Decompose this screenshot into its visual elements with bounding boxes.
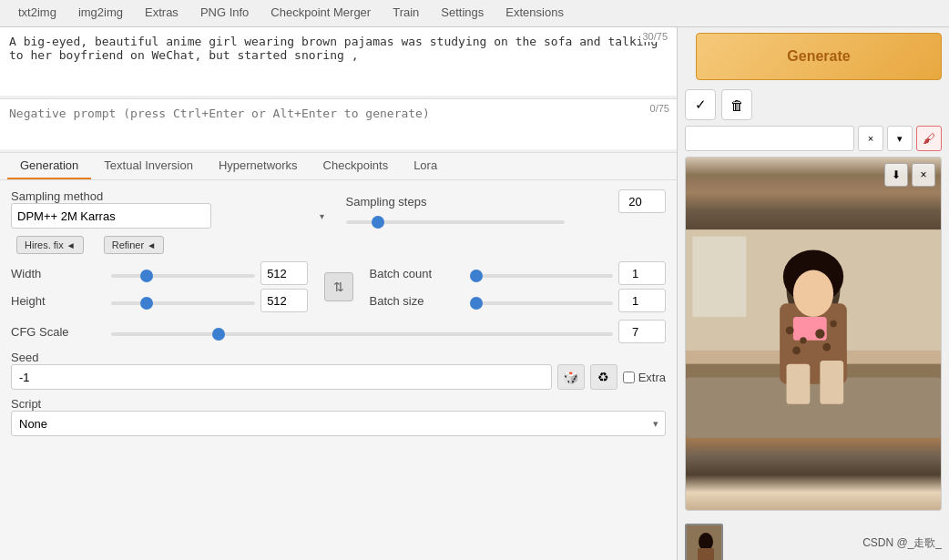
batch-count-row: Batch count	[370, 261, 667, 285]
seed-input[interactable]	[11, 364, 552, 390]
batch-count-input[interactable]	[618, 261, 666, 285]
svg-rect-4	[686, 377, 941, 437]
width-row: Width	[11, 261, 308, 285]
svg-point-15	[830, 321, 836, 327]
right-panel: Generate ✓ 🗑 × ▾ 🖌	[678, 27, 949, 560]
neg-prompt-textarea[interactable]	[0, 99, 677, 149]
hires-fix-arrow-icon: ◄	[66, 240, 76, 250]
paint-button[interactable]: 🖌	[916, 126, 942, 151]
search-bar: × ▾ 🖌	[678, 124, 949, 157]
width-slider[interactable]	[111, 274, 255, 278]
search-input[interactable]	[685, 126, 854, 151]
seed-row: 🎲 ♻ Extra	[11, 364, 666, 390]
svg-point-11	[793, 270, 833, 318]
sampling-method-select[interactable]: DPM++ 2M Karras Euler a Euler DDIM	[11, 203, 211, 229]
close-image-button[interactable]: ×	[912, 163, 935, 187]
settings-area: Sampling method DPM++ 2M Karras Euler a …	[0, 180, 677, 560]
thumbnail-svg	[687, 525, 723, 560]
nav-checkpoint-merger[interactable]: Checkpoint Merger	[260, 0, 382, 26]
hires-fix-label: Hires. fix	[25, 239, 64, 250]
refiner-arrow-icon: ◄	[147, 240, 156, 250]
extra-label: Extra	[638, 371, 666, 384]
cfg-scale-row: CFG Scale	[11, 320, 666, 343]
height-slider[interactable]	[111, 301, 255, 305]
refiner-label: Refiner	[112, 239, 144, 250]
sampling-method-group: Sampling method DPM++ 2M Karras Euler a …	[11, 189, 332, 229]
width-input[interactable]	[260, 261, 308, 285]
hires-fix-group: Hires. fix ◄	[11, 236, 84, 254]
sampling-method-arrow-icon: ▾	[320, 211, 324, 221]
swap-dimensions-button[interactable]: ⇅	[324, 272, 353, 301]
sampling-steps-group: Sampling steps	[346, 189, 667, 229]
refiner-btn[interactable]: Refiner ◄	[104, 236, 164, 254]
sampling-steps-label: Sampling steps	[346, 195, 446, 209]
tab-textual-inversion[interactable]: Textual Inversion	[91, 153, 206, 179]
extra-checkbox[interactable]	[623, 372, 635, 383]
neg-prompt-area: 0/75	[0, 99, 677, 153]
thumbnail-image[interactable]	[685, 524, 723, 560]
neg-prompt-counter: 0/75	[650, 103, 669, 114]
search-dropdown-button[interactable]: ×	[858, 126, 883, 151]
width-label: Width	[11, 267, 111, 280]
extra-checkbox-label: Extra	[623, 371, 666, 384]
generate-button[interactable]: Generate	[696, 33, 942, 80]
height-input[interactable]	[260, 289, 308, 312]
image-container: ⬇ ×	[685, 157, 942, 511]
recycle-seed-button[interactable]: ♻	[590, 364, 617, 390]
prompt-textarea[interactable]: A big-eyed, beautiful anime girl wearing…	[0, 27, 677, 96]
sampling-steps-input[interactable]	[618, 189, 666, 213]
sampling-steps-slider[interactable]	[346, 220, 565, 224]
svg-point-17	[822, 343, 831, 351]
random-seed-button[interactable]: 🎲	[557, 364, 585, 390]
tab-checkpoints[interactable]: Checkpoints	[311, 153, 402, 179]
csdn-badge: CSDN @_走歌_	[862, 535, 942, 551]
download-image-button[interactable]: ⬇	[884, 163, 908, 187]
nav-txt2img[interactable]: txt2img	[7, 0, 67, 26]
hires-fix-btn[interactable]: Hires. fix ◄	[16, 236, 84, 254]
image-toolbar: ⬇ ×	[884, 163, 935, 187]
batch-size-slider[interactable]	[470, 301, 614, 305]
hires-refiner-row: Hires. fix ◄ Refiner ◄	[11, 236, 666, 254]
nav-img2img[interactable]: img2img	[67, 0, 134, 26]
nav-settings[interactable]: Settings	[430, 0, 495, 26]
nav-train[interactable]: Train	[382, 0, 430, 26]
script-select[interactable]: None	[11, 411, 666, 436]
tab-lora[interactable]: Lora	[401, 153, 450, 179]
main-layout: A big-eyed, beautiful anime girl wearing…	[0, 27, 949, 560]
batch-count-slider[interactable]	[470, 274, 614, 278]
batch-size-row: Batch size	[370, 289, 667, 312]
refiner-group: Refiner ◄	[98, 236, 164, 254]
tab-generation[interactable]: Generation	[7, 153, 91, 179]
prompt-area: A big-eyed, beautiful anime girl wearing…	[0, 27, 677, 99]
nav-extras[interactable]: Extras	[134, 0, 189, 26]
accept-button[interactable]: ✓	[685, 89, 716, 120]
left-panel: A big-eyed, beautiful anime girl wearing…	[0, 27, 678, 560]
dimensions-batch-row: Width Height	[11, 261, 666, 312]
cfg-scale-input[interactable]	[618, 320, 666, 343]
generated-image	[686, 158, 941, 510]
search-dropdown-arrow[interactable]: ▾	[887, 126, 913, 151]
right-top-controls: Generate	[678, 27, 949, 86]
tab-hypernetworks[interactable]: Hypernetworks	[206, 153, 311, 179]
nav-extensions[interactable]: Extensions	[495, 0, 575, 26]
cfg-scale-slider[interactable]	[111, 332, 613, 336]
batch-group: Batch count Batch size	[370, 261, 667, 312]
image-area: ⬇ ×	[678, 157, 949, 518]
width-height-group: Width Height	[11, 261, 308, 312]
script-select-container: None ▾	[11, 411, 666, 436]
nav-png-info[interactable]: PNG Info	[189, 0, 260, 26]
thumbnail-row: CSDN @_走歌_	[678, 518, 949, 560]
batch-count-label: Batch count	[370, 267, 470, 280]
svg-rect-3	[692, 237, 746, 317]
height-label: Height	[11, 294, 111, 308]
batch-size-label: Batch size	[370, 294, 470, 308]
script-section: Script None ▾	[11, 397, 666, 436]
seed-section: Seed 🎲 ♻ Extra	[11, 351, 666, 390]
batch-size-input[interactable]	[618, 289, 666, 312]
generation-tabs: Generation Textual Inversion Hypernetwor…	[0, 153, 677, 180]
height-row: Height	[11, 289, 308, 312]
delete-button[interactable]: 🗑	[721, 89, 752, 120]
action-bar: ✓ 🗑	[678, 86, 949, 124]
svg-point-13	[800, 337, 806, 343]
image-svg	[686, 158, 941, 510]
